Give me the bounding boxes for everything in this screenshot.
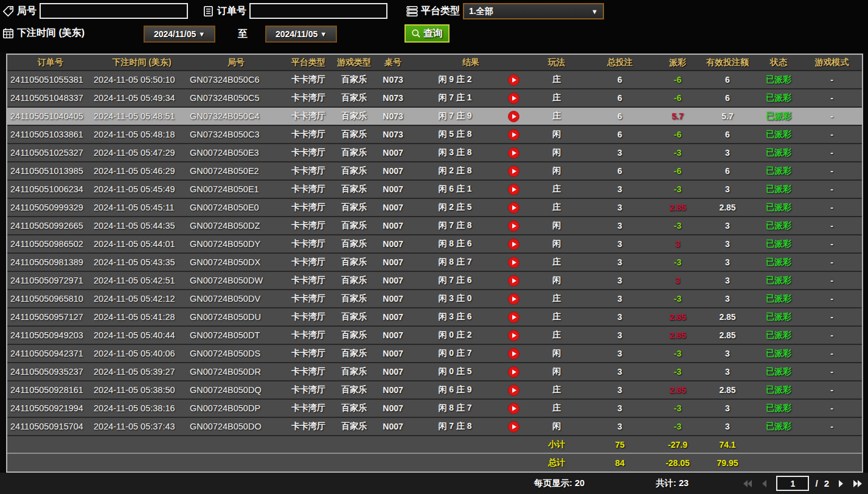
platform-cell: 卡卡湾厅: [282, 293, 335, 304]
play-video-icon[interactable]: [508, 311, 519, 323]
table-row[interactable]: 241105051033861 2024-11-05 05:48:18 GN07…: [7, 126, 862, 144]
col-header-game-mode: 游戏模式: [802, 57, 862, 68]
total-bet-cell: 3: [584, 148, 656, 158]
order-number-input[interactable]: [249, 3, 387, 19]
play-video-icon[interactable]: [508, 348, 519, 360]
previous-page-button[interactable]: [759, 478, 770, 489]
order-id-cell: 241105050921994: [7, 403, 94, 413]
play-video-icon[interactable]: [508, 366, 519, 378]
valid-bet-cell: 3: [700, 349, 755, 358]
col-header-table-no: 桌号: [373, 57, 412, 68]
table-row[interactable]: 241105051006234 2024-11-05 05:45:49 GN00…: [7, 181, 862, 199]
table-row[interactable]: 241105051048337 2024-11-05 05:49:34 GN07…: [7, 89, 862, 108]
round-number-filter: 局号: [2, 3, 188, 19]
table-row[interactable]: 241105050921994 2024-11-05 05:38:16 GN00…: [7, 400, 862, 418]
play-video-icon[interactable]: [508, 184, 519, 195]
play-video-icon[interactable]: [508, 257, 519, 268]
grand-total-label: 总计: [529, 457, 584, 468]
round-id-cell: GN00724B050DR: [190, 367, 282, 377]
play-video-icon[interactable]: [508, 202, 519, 214]
game-type-cell: 百家乐: [335, 311, 373, 322]
table-no-cell: N007: [373, 239, 412, 249]
round-id-cell: GN00724B050E0: [190, 203, 282, 212]
last-page-button[interactable]: [852, 478, 863, 489]
col-header-game-type: 游戏类型: [335, 57, 373, 68]
platform-cell: 卡卡湾厅: [282, 348, 335, 359]
table-row[interactable]: 241105050986502 2024-11-05 05:44:01 GN00…: [7, 235, 862, 254]
table-no-cell: N073: [373, 93, 412, 103]
total-bet-cell: 3: [584, 221, 656, 231]
play-video-icon[interactable]: [508, 111, 519, 122]
game-type-cell: 百家乐: [335, 111, 373, 122]
play-video-icon[interactable]: [508, 165, 519, 177]
payout-cell: -6: [656, 166, 700, 176]
grand-total-total-bet: 84: [584, 458, 656, 468]
order-number-label: 订单号: [217, 5, 246, 18]
table-no-cell: N007: [373, 294, 412, 304]
table-row[interactable]: 241105050957127 2024-11-05 05:41:28 GN00…: [7, 308, 862, 327]
payout-cell: -3: [656, 367, 700, 377]
play-video-icon[interactable]: [508, 421, 519, 433]
result-cell: 闲 6 庄 1: [412, 184, 498, 195]
play-video-icon[interactable]: [508, 129, 519, 141]
play-cell: 庄: [529, 74, 584, 85]
play-cell: 闲: [529, 366, 584, 377]
play-video-icon[interactable]: [508, 275, 519, 287]
play-video-icon[interactable]: [508, 238, 519, 250]
play-video-icon[interactable]: [508, 293, 519, 305]
table-row[interactable]: 241105050965810 2024-11-05 05:42:12 GN00…: [7, 290, 862, 308]
table-row[interactable]: 241105050935237 2024-11-05 05:39:27 GN00…: [7, 363, 862, 381]
platform-cell: 卡卡湾厅: [282, 92, 335, 103]
table-no-cell: N007: [373, 184, 412, 194]
status-cell: 已派彩: [755, 348, 802, 359]
result-cell: 闲 7 庄 8: [412, 220, 498, 231]
result-cell: 闲 7 庄 6: [412, 275, 498, 286]
table-row[interactable]: 241105050915704 2024-11-05 05:37:43 GN00…: [7, 418, 862, 436]
date-from-picker[interactable]: 2024/11/05 ▼: [144, 26, 215, 43]
platform-cell: 卡卡湾厅: [282, 111, 335, 122]
platform-type-select[interactable]: 1.全部 ▼: [463, 3, 604, 19]
play-video-icon[interactable]: [508, 220, 519, 232]
page-number-input[interactable]: [776, 476, 809, 491]
table-row[interactable]: 241105050981389 2024-11-05 05:43:35 GN00…: [7, 254, 862, 272]
table-row[interactable]: 241105051055381 2024-11-05 05:50:10 GN07…: [7, 71, 862, 89]
col-header-play: 玩法: [529, 57, 584, 68]
table-row[interactable]: 241105051013985 2024-11-05 05:46:29 GN00…: [7, 162, 862, 181]
play-video-icon[interactable]: [508, 403, 519, 414]
play-cell: 闲: [529, 275, 584, 286]
search-button[interactable]: 查询: [404, 24, 450, 43]
total-count-label: 共计:: [656, 478, 676, 488]
round-id-cell: GN00724B050E1: [190, 184, 282, 194]
table-row[interactable]: 241105050972971 2024-11-05 05:42:51 GN00…: [7, 272, 862, 290]
play-video-icon[interactable]: [508, 384, 519, 396]
table-row[interactable]: 241105050928161 2024-11-05 05:38:50 GN00…: [7, 381, 862, 400]
payout-cell: -3: [656, 422, 700, 431]
round-number-input[interactable]: [40, 3, 188, 19]
col-header-round-id: 局号: [190, 57, 282, 68]
first-page-button[interactable]: [742, 478, 753, 489]
order-id-cell: 241105050981389: [7, 257, 94, 267]
table-row[interactable]: 241105050992665 2024-11-05 05:44:35 GN00…: [7, 217, 862, 235]
replay-cell: [498, 348, 529, 360]
platform-cell: 卡卡湾厅: [282, 403, 335, 414]
round-id-cell: GN00724B050DW: [190, 276, 282, 285]
play-video-icon[interactable]: [508, 147, 519, 159]
date-to-picker[interactable]: 2024/11/05 ▼: [265, 26, 337, 43]
round-id-cell: GN00724B050DZ: [190, 221, 282, 231]
table-row[interactable]: 241105051040405 2024-11-05 05:48:51 GN07…: [7, 108, 862, 126]
result-cell: 闲 2 庄 8: [412, 165, 498, 176]
play-video-icon[interactable]: [508, 92, 519, 104]
next-page-button[interactable]: [835, 478, 846, 489]
valid-bet-cell: 2.85: [700, 385, 755, 395]
table-row[interactable]: 241105050942371 2024-11-05 05:40:06 GN00…: [7, 345, 862, 363]
play-video-icon[interactable]: [508, 330, 519, 341]
game-type-cell: 百家乐: [335, 184, 373, 195]
result-cell: 闲 5 庄 8: [412, 129, 498, 140]
table-row[interactable]: 241105051025327 2024-11-05 05:47:29 GN00…: [7, 144, 862, 162]
table-row[interactable]: 241105050949203 2024-11-05 05:40:44 GN00…: [7, 327, 862, 345]
round-id-cell: GN00724B050DV: [190, 294, 282, 304]
play-video-icon[interactable]: [508, 74, 519, 86]
bet-time-cell: 2024-11-05 05:49:34: [94, 93, 190, 103]
total-bet-cell: 6: [584, 166, 656, 176]
table-row[interactable]: 241105050999329 2024-11-05 05:45:11 GN00…: [7, 199, 862, 217]
